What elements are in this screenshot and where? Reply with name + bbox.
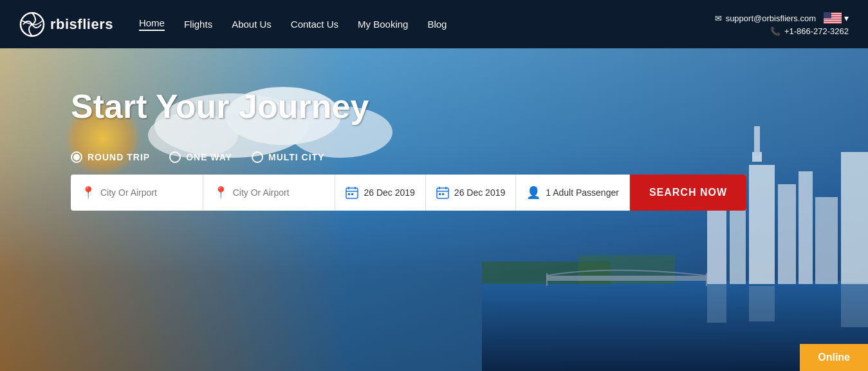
multi-city-label: MULTI CITY [268,152,325,162]
svg-rect-21 [546,276,707,281]
svg-rect-24 [707,284,726,323]
nav-about[interactable]: About Us [232,19,272,30]
logo-area[interactable]: rbisfliers [19,12,113,37]
header-right-top: ✉ support@orbisfliers.com ▾ [715,12,849,24]
trip-selector: ROUND TRIP ONE WAY MULTI CITY [71,151,797,163]
nav-blog[interactable]: Blog [427,19,447,30]
multi-city-option[interactable]: MULTI CITY [252,151,325,163]
from-input[interactable] [100,187,192,198]
location-from-icon: 📍 [81,186,95,200]
nav-booking[interactable]: My Booking [358,19,408,30]
svg-rect-25 [749,286,775,321]
passenger-value: 1 Adult Passenger [546,187,619,198]
phone-icon: 📞 [770,26,780,36]
location-to-icon: 📍 [214,186,228,200]
us-flag-icon [824,12,842,24]
email-text: support@orbisfliers.com [726,14,816,23]
multi-city-radio[interactable] [252,151,263,163]
return-date-field[interactable]: 26 Dec 2019 [426,175,516,211]
passenger-field[interactable]: 👤 1 Adult Passenger [516,175,630,211]
return-calendar-icon [436,186,449,199]
main-nav: Home Flights About Us Contact Us My Book… [139,17,447,31]
passenger-icon: 👤 [526,186,540,200]
one-way-label: ONE WAY [186,152,232,162]
hero-content: Start Your Journey ROUND TRIP ONE WAY MU… [0,48,868,211]
svg-rect-35 [348,193,350,195]
round-trip-label: ROUND TRIP [88,152,150,162]
nav-flights[interactable]: Flights [184,19,212,30]
contact-email: ✉ support@orbisfliers.com [715,14,816,23]
svg-rect-42 [442,193,444,195]
phone-text: +1-866-272-3262 [784,26,849,36]
one-way-radio[interactable] [169,151,181,163]
flag-selector[interactable]: ▾ [824,12,849,24]
depart-date-value: 26 Dec 2019 [364,187,414,198]
hero-title: Start Your Journey [71,87,797,126]
round-trip-option[interactable]: ROUND TRIP [71,151,150,163]
hero-section: Start Your Journey ROUND TRIP ONE WAY MU… [0,48,868,371]
from-field[interactable]: 📍 [71,175,203,211]
round-trip-radio-dot [73,154,80,160]
flag-dropdown-arrow: ▾ [844,13,849,23]
online-badge-text: Online [818,352,850,363]
svg-rect-7 [824,22,842,23]
search-button[interactable]: SEARCH NOW [630,175,746,211]
return-date-value: 26 Dec 2019 [454,187,505,198]
round-trip-radio[interactable] [71,151,82,163]
email-icon: ✉ [715,14,722,23]
svg-rect-5 [824,19,842,19]
search-bar: 📍 📍 26 Dec 2019 [71,175,746,211]
nav-contact[interactable]: Contact Us [291,19,338,30]
header: rbisfliers Home Flights About Us Contact… [0,0,868,48]
header-left: rbisfliers Home Flights About Us Contact… [19,12,447,37]
logo-icon [19,12,45,37]
one-way-option[interactable]: ONE WAY [169,151,232,163]
depart-date-field[interactable]: 26 Dec 2019 [335,175,425,211]
to-field[interactable]: 📍 [203,175,336,211]
svg-rect-36 [351,193,353,195]
svg-rect-6 [824,20,842,21]
to-input[interactable] [233,187,325,198]
logo-text: rbisfliers [50,16,113,33]
svg-rect-8 [824,12,831,19]
svg-rect-26 [841,282,868,327]
nav-home[interactable]: Home [139,17,165,31]
depart-calendar-icon [346,186,358,199]
svg-rect-41 [439,193,441,195]
online-badge: Online [800,344,868,371]
contact-phone: 📞 +1-866-272-3262 [770,26,849,36]
header-right: ✉ support@orbisfliers.com ▾ 📞 +1-8 [715,12,849,36]
